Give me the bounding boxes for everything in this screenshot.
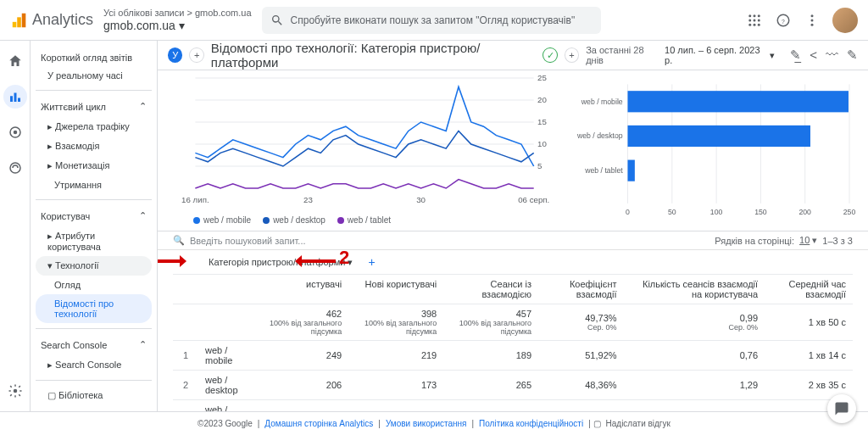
search-placeholder: Спробуйте виконати пошук за запитом "Огл… — [291, 14, 576, 26]
chevron-up-icon: ⌃ — [139, 339, 147, 350]
svg-text:23: 23 — [303, 197, 313, 205]
customize-icon[interactable]: ✎̲ — [790, 47, 801, 63]
sidebar-realtime[interactable]: У реальному часі — [36, 66, 152, 85]
line-chart-legend: web / mobileweb / desktopweb / tablet — [168, 212, 552, 230]
svg-rect-0 — [13, 21, 17, 26]
footer-feedback[interactable]: Надіслати відгук — [606, 419, 670, 428]
svg-point-5 — [758, 14, 760, 17]
add-segment-button[interactable]: + — [189, 47, 203, 63]
svg-rect-18 — [14, 93, 16, 103]
reports-sidebar: Короткий огляд звітів У реальному часі Ж… — [31, 41, 158, 411]
footer-privacy-link[interactable]: Політика конфіденційності — [479, 419, 583, 428]
sidebar-monetization[interactable]: ▸ Монетизація — [36, 156, 152, 176]
svg-text:50: 50 — [668, 209, 676, 217]
footer-terms-link[interactable]: Умови використання — [386, 419, 467, 428]
footer-home-link[interactable]: Домашня сторінка Analytics — [264, 419, 373, 428]
sidebar-search-console-item[interactable]: ▸ Search Console — [36, 355, 152, 375]
segment-pill[interactable]: У — [168, 47, 182, 63]
content-area: У + Відомості про технології: Категорія … — [158, 41, 868, 411]
svg-text:250: 250 — [843, 209, 856, 217]
sidebar-reports-overview[interactable]: Короткий огляд звітів — [36, 49, 152, 66]
feedback-chat-button[interactable] — [827, 394, 856, 423]
sidebar-search-console[interactable]: Search Console⌃ — [36, 334, 152, 355]
svg-rect-49 — [628, 92, 849, 113]
rail-admin-icon[interactable] — [3, 379, 27, 403]
svg-point-10 — [754, 23, 756, 25]
svg-text:web / mobile: web / mobile — [581, 98, 623, 106]
svg-marker-56 — [180, 255, 186, 267]
chat-icon — [834, 401, 849, 416]
add-dimension-button[interactable]: + — [368, 255, 375, 269]
search-input[interactable]: Спробуйте виконати пошук за запитом "Огл… — [262, 7, 601, 34]
more-vert-icon[interactable] — [804, 12, 821, 29]
svg-text:100: 100 — [710, 209, 723, 217]
line-chart: 51015202516 лип.233006 серп. web / mobil… — [168, 74, 552, 231]
data-table: истувачіНові користувачіСеанси із взаємо… — [158, 274, 868, 411]
svg-text:web / desktop: web / desktop — [576, 132, 623, 141]
rail-advertising-icon[interactable] — [3, 156, 27, 180]
pagination-range: 1–3 з 3 — [822, 236, 853, 246]
search-icon — [270, 14, 284, 27]
svg-text:16 лип.: 16 лип. — [181, 197, 209, 205]
sidebar-lifecycle[interactable]: Життєвий цикл⌃ — [36, 96, 152, 117]
svg-point-15 — [811, 19, 814, 21]
sidebar-retention[interactable]: Утримання — [36, 176, 152, 194]
svg-point-11 — [758, 23, 760, 25]
svg-point-3 — [748, 14, 751, 17]
svg-text:200: 200 — [799, 209, 812, 217]
sidebar-engagement[interactable]: ▸ Взаємодія — [36, 137, 152, 156]
svg-point-8 — [758, 19, 760, 21]
help-icon[interactable]: ? — [775, 12, 792, 29]
sidebar-library[interactable]: ▢ Бібліотека — [36, 386, 152, 405]
add-comparison-button[interactable]: + — [565, 47, 579, 63]
svg-text:5: 5 — [537, 163, 542, 171]
svg-rect-53 — [628, 160, 635, 181]
rows-per-page-select[interactable]: 10 ▾ — [799, 235, 817, 246]
svg-point-16 — [811, 23, 814, 25]
svg-rect-2 — [22, 13, 26, 27]
analytics-logo-icon — [10, 11, 29, 30]
table-search-input[interactable]: Введіть пошуковий запит... — [190, 236, 306, 246]
product-name: Analytics — [32, 11, 93, 29]
date-range-picker[interactable]: За останні 28 днів 10 лип. – 6 серп. 202… — [586, 45, 775, 65]
svg-point-9 — [748, 23, 751, 25]
sidebar-attributes[interactable]: ▸ Атрибути користувача — [36, 226, 152, 256]
breadcrumb-path: Усі облікові записи > gmob.com.ua — [103, 8, 252, 19]
sidebar-user[interactable]: Користувач⌃ — [36, 205, 152, 226]
svg-text:web / tablet: web / tablet — [584, 166, 623, 175]
svg-rect-51 — [628, 125, 810, 147]
sidebar-tech[interactable]: ▾ Технології — [36, 256, 152, 276]
rail-explore-icon[interactable] — [3, 120, 27, 144]
svg-text:0: 0 — [626, 209, 630, 217]
svg-text:06 серп.: 06 серп. — [518, 197, 549, 205]
rail-reports-icon[interactable] — [3, 85, 27, 109]
rows-per-page-label: Рядків на сторінці: — [715, 236, 794, 246]
svg-text:10: 10 — [537, 141, 547, 149]
annotation-arrow-1 — [158, 254, 186, 269]
primary-dimension-selector[interactable]: Категорія пристрою/платформи ▾ — [209, 257, 353, 268]
insights-icon[interactable]: 〰 — [826, 47, 838, 63]
rail-home-icon[interactable] — [3, 49, 27, 73]
chevron-up-icon: ⌃ — [139, 210, 147, 221]
apps-icon[interactable] — [746, 12, 763, 29]
svg-text:15: 15 — [537, 119, 547, 127]
svg-rect-1 — [17, 17, 21, 27]
account-breadcrumb[interactable]: Усі облікові записи > gmob.com.ua gmob.c… — [103, 8, 252, 33]
sidebar-tech-details[interactable]: Відомості про технології — [36, 294, 152, 323]
svg-point-22 — [13, 389, 17, 393]
svg-text:20: 20 — [537, 97, 547, 105]
page-footer: ©2023 Google | Домашня сторінка Analytic… — [0, 411, 868, 435]
page-title: Відомості про технології: Категорія прис… — [211, 41, 536, 70]
user-avatar[interactable] — [832, 8, 858, 33]
report-header: У + Відомості про технології: Категорія … — [158, 41, 868, 70]
logo[interactable]: Analytics — [10, 11, 93, 30]
svg-point-14 — [811, 14, 814, 17]
sidebar-overview[interactable]: Огляд — [36, 276, 152, 294]
sidebar-traffic[interactable]: ▸ Джерела трафіку — [36, 117, 152, 137]
edit-icon[interactable]: ✎ — [847, 47, 858, 63]
svg-point-21 — [13, 131, 17, 135]
status-check-icon[interactable]: ✓ — [542, 47, 557, 63]
share-icon[interactable]: < — [810, 47, 817, 63]
bar-chart: 050100150200250web / mobileweb / desktop… — [562, 74, 858, 231]
svg-point-7 — [754, 19, 756, 21]
